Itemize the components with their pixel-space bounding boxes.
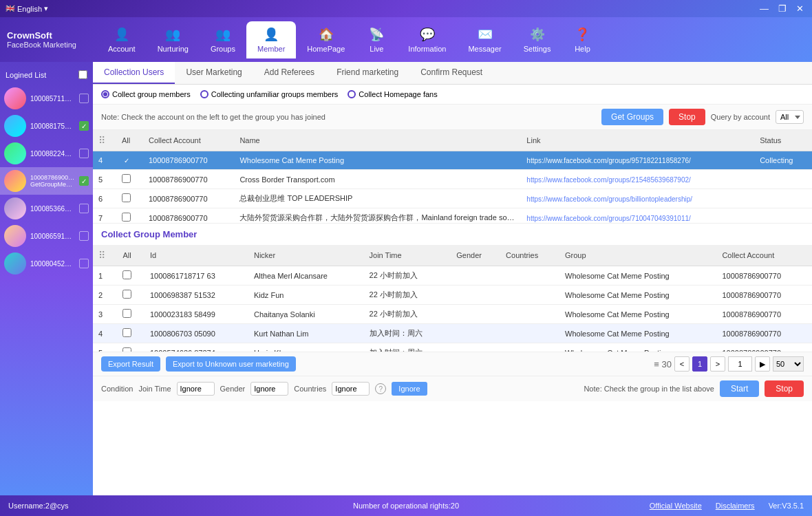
group-row-4[interactable]: 4 ✓ 10008786900770 Wholesome Cat Meme Po… <box>93 151 812 170</box>
start-button[interactable]: Start <box>720 380 759 397</box>
sidebar-check-user6[interactable] <box>79 231 89 241</box>
sidebar-select-all[interactable] <box>78 70 87 79</box>
sidebar-item-user7[interactable]: 10008045229157 <box>0 250 93 277</box>
radio-homepage[interactable]: Collect Homepage fans <box>348 90 437 98</box>
gender-select[interactable]: Ignore <box>250 382 288 396</box>
group-row-5[interactable]: 5 10008786900770 Cross Border Transport.… <box>93 170 812 189</box>
row7-link: https://www.facebook.com/groups/71004704… <box>521 208 754 224</box>
close-button[interactable]: ✕ <box>793 3 806 14</box>
nav-item-information[interactable]: 💬 Information <box>397 21 457 58</box>
sidebar-check-user1[interactable] <box>79 94 89 103</box>
nav-item-groups[interactable]: 👥 Groups <box>200 21 246 58</box>
sidebar-item-user3[interactable]: 10008822419481 <box>0 140 93 167</box>
nav-item-messager[interactable]: ✉️ Messager <box>457 21 512 58</box>
mr5-check[interactable] <box>117 343 145 352</box>
sidebar-check-user3[interactable] <box>79 149 89 158</box>
row6-link-text[interactable]: https://www.facebook.com/groups/billiont… <box>526 195 692 203</box>
row4-check[interactable]: ✓ <box>116 151 143 170</box>
condition-label: Condition <box>101 385 133 393</box>
sidebar-check-user7[interactable] <box>79 259 89 268</box>
group-row-7[interactable]: 7 10008786900770 大陆外贸货源采购合作群，大陆外贸货源探购合作群… <box>93 208 812 224</box>
row7-link-text[interactable]: https://www.facebook.com/groups/71004704… <box>526 215 691 222</box>
mr4-checkbox[interactable] <box>122 328 131 337</box>
mr4-check[interactable] <box>117 324 145 343</box>
row4-checkbox[interactable]: ✓ <box>122 155 131 165</box>
page-1-button[interactable]: 1 <box>692 356 707 372</box>
page-next-button[interactable]: > <box>710 356 725 372</box>
tab-confirm-request[interactable]: Confirm Request <box>409 62 493 84</box>
sidebar-item-user4[interactable]: 10008786900770GetGroupMember.V... ✓ <box>0 167 93 195</box>
sidebar-item-user2[interactable]: 10008817559958 ✓ <box>0 112 93 140</box>
export-unknown-button[interactable]: Export to Unknown user marketing <box>166 356 296 372</box>
row5-link-text[interactable]: https://www.facebook.com/groups/21548563… <box>526 176 691 184</box>
ignore-button[interactable]: Ignore <box>392 382 427 396</box>
members-table-wrapper: ⠿ All Id Nicker Join Time Gender Countri… <box>93 245 812 352</box>
member-row-1[interactable]: 1 1000861718717 63 Althea Merl Alcansare… <box>93 266 812 286</box>
sidebar-item-user6[interactable]: 10008659196250 <box>0 222 93 250</box>
row5-link: https://www.facebook.com/groups/21548563… <box>521 170 754 189</box>
mr1-check[interactable] <box>117 266 145 286</box>
groups-table-header: ⠿ All Collect Account Name Link Status <box>93 130 812 151</box>
nav-item-live[interactable]: 📡 Live <box>356 21 397 58</box>
row5-check[interactable] <box>116 170 143 189</box>
row5-checkbox[interactable] <box>122 174 131 183</box>
mr4-group: Wholesome Cat Meme Posting <box>559 324 716 343</box>
row7-check[interactable] <box>116 208 143 224</box>
nav-item-help[interactable]: ❓ Help <box>562 21 603 58</box>
mr2-checkbox[interactable] <box>122 290 131 299</box>
mr2-check[interactable] <box>117 286 145 305</box>
page-prev-button[interactable]: < <box>674 356 690 372</box>
sidebar-check-user5[interactable] <box>79 204 89 213</box>
row6-account: 10008786900770 <box>143 189 234 208</box>
mr1-checkbox[interactable] <box>122 270 131 279</box>
info-button[interactable]: ? <box>375 383 386 394</box>
tab-add-referees[interactable]: Add Referees <box>253 62 325 84</box>
member-row-5[interactable]: 5 1000574636 87374 Harin Khan 加入时间：周六 Wh… <box>93 343 812 352</box>
avatar-user5 <box>4 197 26 219</box>
mr3-checkbox[interactable] <box>122 309 131 318</box>
countries-select[interactable]: Ignore <box>332 382 370 396</box>
export-result-button[interactable]: Export Result <box>101 356 160 372</box>
nav-item-nurturing[interactable]: 👥 Nurturing <box>147 21 200 58</box>
sidebar-check-user2[interactable]: ✓ <box>79 121 89 131</box>
radio-collect-group[interactable]: Collect group members <box>101 90 191 98</box>
content-area: Logined List 10008571118706 100088175599… <box>0 62 812 495</box>
mr1-join: 22 小时前加入 <box>364 266 451 286</box>
page-input[interactable] <box>728 356 752 372</box>
tab-friend-marketing[interactable]: Friend marketing <box>325 62 409 84</box>
row6-checkbox[interactable] <box>122 193 131 202</box>
stop-button-top[interactable]: Stop <box>669 109 705 125</box>
stop-button-bottom[interactable]: Stop <box>765 380 804 397</box>
language-selector[interactable]: 🇬🇧 English ▾ <box>6 4 48 13</box>
row4-link-text[interactable]: https://www.facebook.com/groups/95718221… <box>526 157 691 164</box>
page-size-select[interactable]: 50 30 100 <box>773 356 804 372</box>
nav-item-member[interactable]: 👤 Member <box>246 21 296 58</box>
query-account-select[interactable]: All <box>776 110 804 124</box>
restore-button[interactable]: ❐ <box>776 3 789 14</box>
join-time-select[interactable]: Ignore <box>177 382 215 396</box>
page-jump-button[interactable]: ▶ <box>755 356 770 372</box>
nav-item-account[interactable]: 👤 Account <box>97 21 147 58</box>
row6-check[interactable] <box>116 189 143 208</box>
radio-unfamiliar[interactable]: Collecting unfamiliar groups members <box>200 90 339 98</box>
member-row-4[interactable]: 4 1000806703 05090 Kurt Nathan Lim 加入时间：… <box>93 324 812 343</box>
member-row-2[interactable]: 2 1000698387 51532 Kidz Fun 22 小时前加入 Who… <box>93 286 812 305</box>
footer-official[interactable]: Official Website <box>650 502 702 510</box>
get-groups-button[interactable]: Get Groups <box>601 109 663 125</box>
nav-item-settings[interactable]: ⚙️ Settings <box>513 21 562 58</box>
sidebar-item-user5[interactable]: 10008536680186 <box>0 195 93 222</box>
footer-disclaimers[interactable]: Disclaimers <box>716 502 755 510</box>
member-row-3[interactable]: 3 1000023183 58499 Chaitanya Solanki 22 … <box>93 305 812 324</box>
lang-dropdown-icon[interactable]: ▾ <box>44 4 48 13</box>
nav-item-homepage[interactable]: 🏠 HomePage <box>296 21 356 58</box>
sidebar-check-user4[interactable]: ✓ <box>79 176 89 186</box>
minimize-button[interactable]: — <box>757 3 771 14</box>
mr3-check[interactable] <box>117 305 145 324</box>
sidebar-item-user1[interactable]: 10008571118706 <box>0 85 93 112</box>
row7-checkbox[interactable] <box>122 213 131 222</box>
tab-user-marketing[interactable]: User Marketing <box>175 62 253 84</box>
nav-information-label: Information <box>408 45 446 53</box>
tab-collection-users[interactable]: Collection Users <box>93 62 175 84</box>
group-row-6[interactable]: 6 10008786900770 总裁创业思维 TOP LEADERSHIP h… <box>93 189 812 208</box>
nav-messager-label: Messager <box>468 45 501 53</box>
